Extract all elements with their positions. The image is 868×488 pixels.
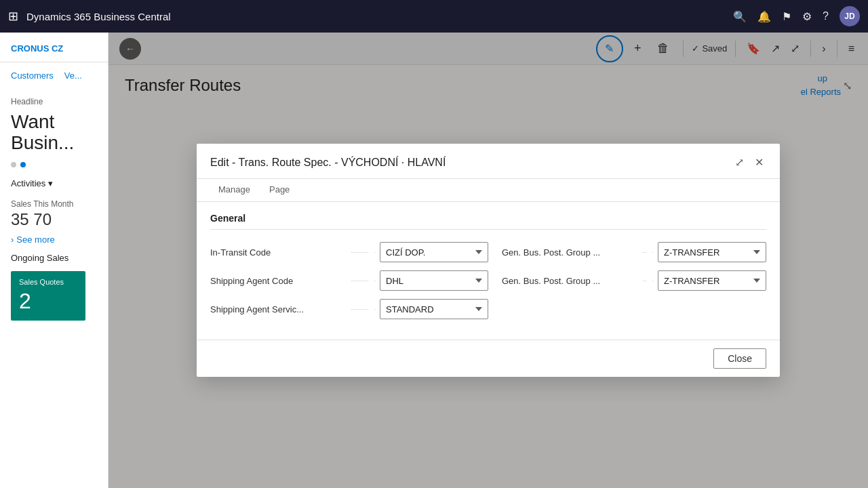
- dot-2[interactable]: [20, 162, 26, 167]
- top-bar: ⊞ Dynamics 365 Business Central 🔍 🔔 ⚑ ⚙ …: [0, 0, 868, 33]
- shipping-agent-service-select[interactable]: STANDARD: [380, 299, 488, 319]
- see-more-link[interactable]: › See more: [0, 232, 108, 247]
- modal-overlay: Edit - Trans. Route Spec. - VÝCHODNÍ · H…: [108, 33, 868, 488]
- field-dot-5: ·: [652, 277, 654, 285]
- ongoing-label: Ongoing Sales: [0, 247, 108, 266]
- modal-close-icon: ✕: [755, 157, 764, 168]
- carousel-dots: [0, 157, 108, 173]
- headline-text: WantBusin...: [0, 109, 108, 157]
- modal-tab-page[interactable]: Page: [261, 179, 298, 201]
- shipping-agent-service-row: Shipping Agent Servic... · STANDARD: [210, 295, 488, 323]
- top-bar-icons: 🔍 🔔 ⚑ ⚙ ? JD: [733, 6, 860, 26]
- main-layout: CRONUS CZ Customers Ve... Headline WantB…: [0, 33, 868, 488]
- shipping-agent-code-label: Shipping Agent Code: [210, 276, 346, 286]
- help-icon[interactable]: ?: [823, 10, 829, 22]
- activities-label: Activities: [11, 178, 45, 188]
- flag-icon[interactable]: ⚑: [782, 10, 791, 23]
- waffle-icon[interactable]: ⊞: [8, 9, 18, 24]
- avatar[interactable]: JD: [840, 6, 860, 26]
- sales-quotes-label: Sales Quotes: [19, 278, 77, 286]
- in-transit-code-label: In-Transit Code: [210, 247, 346, 258]
- headline-label: Headline: [0, 94, 108, 109]
- sidebar-item-vendors[interactable]: Ve...: [59, 68, 87, 83]
- form-grid: In-Transit Code · CIZÍ DOP. Shipping Age…: [210, 238, 766, 323]
- field-dot-2: ·: [374, 277, 376, 285]
- form-right-col: Gen. Bus. Post. Group ... · Z-TRANSFER G…: [488, 238, 766, 323]
- modal-footer: Close: [197, 340, 780, 377]
- modal-expand-icon: ⤢: [735, 157, 744, 168]
- see-more-label: See more: [16, 235, 54, 245]
- shipping-agent-code-row: Shipping Agent Code · DHL: [210, 266, 488, 295]
- company-name[interactable]: CRONUS CZ: [0, 43, 108, 62]
- field-dot-4: ·: [652, 249, 654, 256]
- field-dot-3: ·: [374, 306, 376, 313]
- sidebar-nav: Customers Ve...: [0, 68, 108, 83]
- gen-bus-post-group-2-label: Gen. Bus. Post. Group ...: [502, 276, 637, 286]
- gen-bus-post-group-2-select[interactable]: Z-TRANSFER: [658, 270, 766, 291]
- metric-value: 35 70: [0, 210, 108, 232]
- modal-title: Edit - Trans. Route Spec. - VÝCHODNÍ · H…: [210, 157, 732, 177]
- edit-modal: Edit - Trans. Route Spec. - VÝCHODNÍ · H…: [197, 144, 780, 377]
- field-dot-1: ·: [374, 249, 376, 256]
- bell-icon[interactable]: 🔔: [757, 10, 771, 23]
- modal-header: Edit - Trans. Route Spec. - VÝCHODNÍ · H…: [197, 144, 780, 179]
- app-title: Dynamics 365 Business Central: [26, 11, 725, 22]
- in-transit-code-select[interactable]: CIZÍ DOP.: [380, 242, 488, 262]
- dot-1[interactable]: [11, 162, 16, 167]
- form-left-col: In-Transit Code · CIZÍ DOP. Shipping Age…: [210, 238, 488, 323]
- modal-header-icons: ⤢ ✕: [732, 155, 766, 178]
- search-icon[interactable]: 🔍: [733, 10, 747, 23]
- gen-bus-post-group-2-row: Gen. Bus. Post. Group ... · Z-TRANSFER: [488, 266, 766, 295]
- activities-item[interactable]: Activities ▾: [0, 173, 108, 194]
- gear-icon[interactable]: ⚙: [802, 10, 812, 23]
- modal-expand-button[interactable]: ⤢: [732, 155, 747, 170]
- sales-quotes-value: 2: [19, 289, 77, 314]
- sales-quotes-card: Sales Quotes 2: [11, 271, 85, 321]
- in-transit-code-row: In-Transit Code · CIZÍ DOP.: [210, 238, 488, 266]
- chevron-right-icon: ›: [11, 235, 14, 245]
- modal-content: General In-Transit Code · CIZÍ DOP.: [197, 202, 780, 334]
- shipping-agent-service-label: Shipping Agent Servic...: [210, 304, 346, 314]
- gen-bus-post-group-1-label: Gen. Bus. Post. Group ...: [502, 247, 637, 258]
- sidebar-item-customers[interactable]: Customers: [5, 68, 59, 83]
- modal-close-button[interactable]: ✕: [752, 155, 766, 170]
- metric-label: Sales This Month: [0, 194, 108, 210]
- activities-chevron: ▾: [48, 178, 53, 188]
- gen-bus-post-group-1-row: Gen. Bus. Post. Group ... · Z-TRANSFER: [488, 238, 766, 266]
- gen-bus-post-group-1-select[interactable]: Z-TRANSFER: [658, 242, 766, 262]
- shipping-agent-code-select[interactable]: DHL: [380, 270, 488, 291]
- content-area: ← ✎ + 🗑 ✓ Saved 🔖 ↗: [108, 33, 868, 488]
- modal-tabs: Manage Page: [197, 179, 780, 202]
- sidebar: CRONUS CZ Customers Ve... Headline WantB…: [0, 33, 108, 488]
- section-general: General: [210, 213, 766, 230]
- modal-tab-manage[interactable]: Manage: [210, 179, 258, 201]
- close-button[interactable]: Close: [713, 348, 766, 369]
